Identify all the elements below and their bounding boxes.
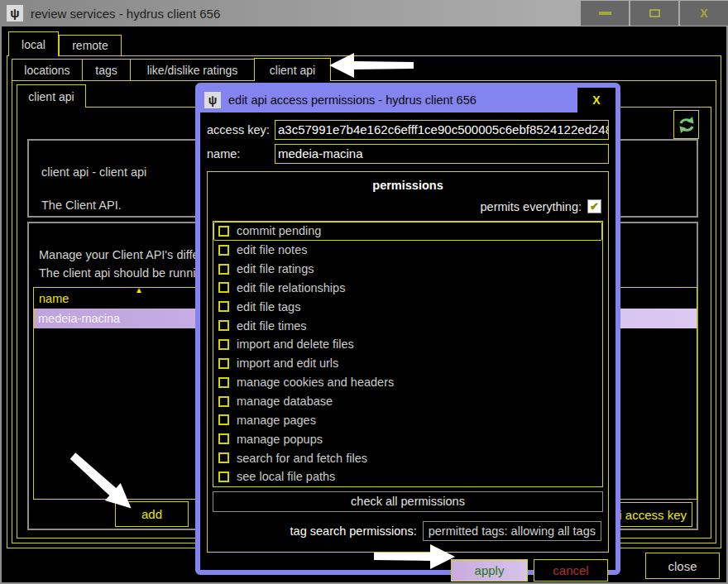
permission-label: edit file ratings [237,262,314,275]
maximize-button[interactable] [630,1,678,26]
permission-label: commit pending [237,224,321,237]
access-key-label: access key: [207,123,275,136]
permission-label: edit file relationships [237,281,345,294]
permits-everything-row: permits everything: ✔ [213,199,603,213]
access-key-field-row: access key: a3c57991e7b4e162c6efff1ce90c… [207,120,609,140]
tab-remote[interactable]: remote [59,35,122,56]
permission-item[interactable]: import and edit urls [213,354,602,373]
checkbox-unchecked-icon[interactable] [218,226,229,237]
window-title: review services - hydrus client 656 [31,7,220,21]
permission-item[interactable]: edit file times [213,316,602,335]
service-info-line2: The Client API. [41,199,122,212]
name-label: name: [207,147,275,160]
annotation-arrow-apply-button [372,543,458,571]
tab-local[interactable]: local [8,31,59,56]
close-icon: X [700,7,707,20]
dialog-content: access key: a3c57991e7b4e162c6efff1ce90c… [200,112,615,584]
permission-label: edit file notes [237,243,307,256]
checkbox-unchecked-icon[interactable] [218,339,229,350]
name-input[interactable]: medeia-macina [275,144,609,164]
permission-item[interactable]: edit file notes [213,241,602,260]
check-all-permissions-button[interactable]: check all permissions [213,491,603,512]
permission-item[interactable]: edit file tags [213,297,602,316]
maximize-icon [649,9,660,17]
permission-item[interactable]: import and delete files [213,335,602,354]
manage-line1: Manage your Client API's differ [39,248,203,261]
window-controls: X [581,1,728,26]
permission-item[interactable]: manage popups [213,429,602,448]
window-titlebar[interactable]: ψ review services - hydrus client 656 X [0,0,728,26]
checkbox-unchecked-icon[interactable] [218,396,229,407]
close-button[interactable]: close [645,553,720,579]
dialog-titlebar[interactable]: ψ edit api access permissions - hydrus c… [200,88,615,112]
checkbox-unchecked-icon[interactable] [218,320,229,331]
refresh-button[interactable] [673,110,699,139]
annotation-arrow-client-api-tab [328,50,417,81]
permission-label: edit file times [237,319,307,333]
hydrus-app-icon: ψ [204,92,221,108]
dialog-title: edit api access permissions - hydrus cli… [228,93,577,107]
tag-search-permissions-label: tag search permissions: [290,524,417,538]
checkbox-unchecked-icon[interactable] [218,414,229,425]
tab-client-api[interactable]: client api [254,58,331,81]
hydrus-app-icon: ψ [7,5,23,22]
checkbox-unchecked-icon[interactable] [218,245,229,256]
checkbox-unchecked-icon[interactable] [218,452,229,463]
cancel-button[interactable]: cancel [534,559,608,582]
minimize-icon [599,12,611,15]
permission-item[interactable]: edit file relationships [213,279,602,298]
permissions-list: commit pending edit file notes edit file… [213,221,603,487]
permission-label: search for and fetch files [237,452,367,465]
tag-search-permissions-button[interactable]: permitted tags: allowing all tags [423,521,601,541]
permission-label: see local file paths [237,470,335,483]
permissions-title: permissions [213,179,603,192]
permission-label: manage popups [237,433,323,446]
checkbox-unchecked-icon[interactable] [218,358,229,369]
edit-api-access-permissions-dialog: ψ edit api access permissions - hydrus c… [195,83,620,575]
minimize-button[interactable] [581,1,629,26]
sort-ascending-icon[interactable]: ▲ [135,285,143,294]
checkbox-unchecked-icon[interactable] [218,282,229,293]
apply-button[interactable]: apply [451,559,528,582]
permission-label: manage cookies and headers [237,376,394,389]
permission-item[interactable]: search for and fetch files [213,448,602,467]
permission-item[interactable]: commit pending [213,222,602,241]
manage-line2: The client api should be runnin [39,266,203,280]
refresh-icon [678,116,696,134]
permission-item[interactable]: manage cookies and headers [213,373,602,392]
review-services-window: ψ review services - hydrus client 656 X … [0,0,728,584]
dialog-close-button[interactable]: X [577,88,615,112]
permission-label: import and delete files [237,337,354,351]
checkbox-unchecked-icon[interactable] [218,377,229,388]
checkbox-unchecked-icon[interactable] [218,301,229,312]
access-key-input[interactable]: a3c57991e7b4e162c6efff1ce90c500005c6ebf8… [275,120,609,140]
permits-everything-checkbox[interactable]: ✔ [587,199,601,213]
permission-label: import and edit urls [237,357,338,370]
permissions-panel: permissions permits everything: ✔ commit… [207,171,609,553]
name-field-row: name: medeia-macina [207,144,609,164]
checkbox-unchecked-icon[interactable] [218,264,229,275]
tag-search-permissions-row: tag search permissions: permitted tags: … [213,521,601,541]
window-close-button[interactable]: X [680,1,728,26]
checkbox-unchecked-icon[interactable] [218,472,229,482]
permission-label: manage pages [237,414,316,427]
permits-everything-label: permits everything: [481,200,582,213]
tab-client-api-service[interactable]: client api [17,84,86,108]
permission-item[interactable]: edit file ratings [213,260,602,279]
permission-item[interactable]: manage pages [213,410,602,429]
permission-item[interactable]: manage database [213,392,602,411]
service-info-line1: client api - client api [41,165,146,179]
checkbox-unchecked-icon[interactable] [218,433,229,444]
permission-item[interactable]: see local file paths [213,467,602,486]
permission-label: edit file tags [237,300,300,314]
permission-label: manage database [237,395,333,408]
annotation-arrow-add-button [65,449,147,519]
